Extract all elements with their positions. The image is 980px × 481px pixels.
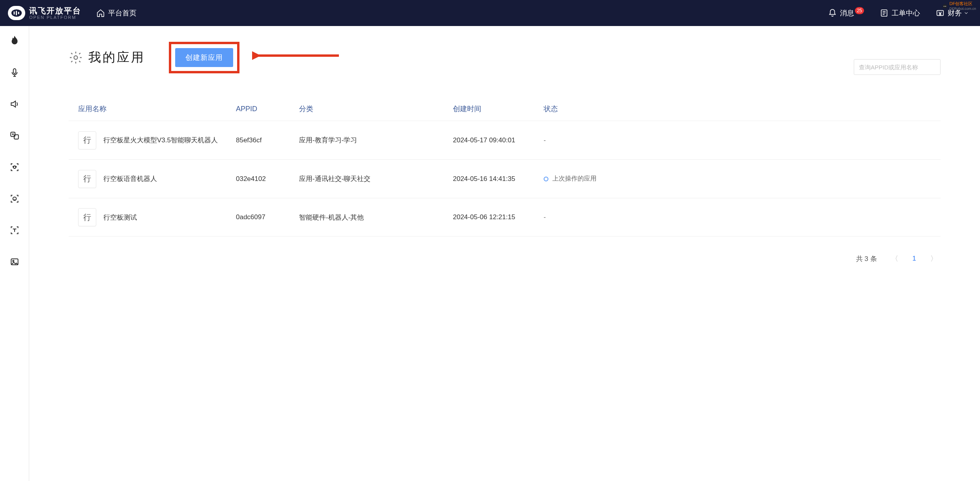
- nav-tickets[interactable]: 工单中心: [880, 8, 920, 18]
- speaker-icon: [9, 99, 20, 109]
- messages-badge: 25: [855, 7, 864, 14]
- translate-icon: [9, 131, 20, 141]
- svg-rect-3: [18, 12, 19, 14]
- app-status: -: [544, 137, 931, 144]
- logo-icon: [8, 6, 25, 20]
- status-dot-icon: [544, 177, 548, 181]
- sidebar: [0, 26, 29, 481]
- pagination-prev[interactable]: 〈: [888, 252, 901, 265]
- app-id: 032e4102: [236, 175, 299, 183]
- main-content: 我的应用 创建新应用 应用名称 APPID 分类 创建时间 状态 行: [29, 26, 980, 481]
- table-header: 应用名称 APPID 分类 创建时间 状态: [69, 97, 941, 121]
- home-icon: [96, 9, 105, 17]
- app-badge: 行: [78, 131, 96, 149]
- sidebar-item-ocr[interactable]: [9, 225, 20, 236]
- app-category: 智能硬件-机器人-其他: [299, 213, 453, 222]
- app-badge: 行: [78, 170, 96, 188]
- app-name: 行空板语音机器人: [103, 174, 157, 183]
- app-id: 85ef36cf: [236, 136, 299, 144]
- ticket-icon: [880, 9, 888, 17]
- chevron-down-icon: [963, 10, 969, 16]
- face-icon: [9, 194, 20, 204]
- search-box: [854, 59, 941, 75]
- app-category: 应用-教育学习-学习: [299, 136, 453, 145]
- corner-brand[interactable]: DF创客社区 DFRobot.com.cn: [942, 1, 976, 11]
- sidebar-item-voice[interactable]: [9, 67, 20, 78]
- app-name: 行空板测试: [103, 213, 137, 222]
- sidebar-item-image[interactable]: [9, 256, 20, 267]
- search-input[interactable]: [854, 59, 941, 75]
- corner-brand-text: DF创客社区: [949, 1, 976, 7]
- app-created: 2024-05-17 09:40:01: [453, 136, 544, 144]
- logo-subtext: OPEN PLATFORM: [29, 15, 81, 20]
- svg-point-17: [13, 260, 14, 261]
- app-badge: 行: [78, 208, 96, 226]
- col-created: 创建时间: [453, 104, 544, 114]
- sidebar-item-vision[interactable]: [9, 162, 20, 173]
- flame-icon: [9, 36, 20, 46]
- corner-brand-sub: DFRobot.com.cn: [949, 7, 976, 11]
- sidebar-item-hot[interactable]: [9, 35, 20, 47]
- col-category: 分类: [299, 104, 453, 114]
- col-appid: APPID: [236, 105, 299, 113]
- top-bar: 讯飞开放平台 OPEN PLATFORM 平台首页 消息 25 工单中心 财务 …: [0, 0, 980, 26]
- create-highlight: 创建新应用: [169, 42, 239, 73]
- svg-point-14: [15, 166, 16, 167]
- nav-home-label: 平台首页: [108, 8, 137, 18]
- svg-rect-9: [13, 69, 16, 73]
- svg-rect-1: [14, 11, 15, 15]
- app-category: 应用-通讯社交-聊天社交: [299, 174, 453, 183]
- app-status: -: [544, 214, 931, 221]
- pagination-next[interactable]: 〉: [927, 252, 941, 265]
- scan-icon: [9, 162, 20, 172]
- sidebar-item-speaker[interactable]: [9, 99, 20, 110]
- image-icon: [9, 257, 20, 267]
- table-row[interactable]: 行 行空板星火大模型V3.5智能聊天机器人 85ef36cf 应用-教育学习-学…: [69, 121, 941, 159]
- microphone-icon: [9, 67, 20, 78]
- svg-point-8: [945, 6, 946, 7]
- nav-home[interactable]: 平台首页: [96, 8, 137, 18]
- app-table: 应用名称 APPID 分类 创建时间 状态 行 行空板星火大模型V3.5智能聊天…: [69, 97, 941, 237]
- pagination-page[interactable]: 1: [913, 255, 916, 263]
- text-scan-icon: [9, 225, 20, 235]
- pagination: 共 3 条 〈 1 〉: [69, 252, 941, 265]
- svg-point-13: [13, 166, 13, 167]
- svg-point-18: [74, 56, 78, 60]
- pagination-total: 共 3 条: [856, 254, 877, 263]
- app-created: 2024-05-06 12:21:15: [453, 213, 544, 221]
- table-row[interactable]: 行 行空板语音机器人 032e4102 应用-通讯社交-聊天社交 2024-05…: [69, 159, 941, 198]
- svg-rect-6: [943, 5, 947, 8]
- robot-icon: [942, 3, 948, 9]
- bell-icon: [828, 9, 837, 17]
- svg-point-7: [944, 6, 944, 7]
- svg-rect-2: [16, 11, 17, 15]
- gear-icon: [69, 50, 83, 65]
- nav-messages-label: 消息: [840, 8, 854, 18]
- app-status-text: 上次操作的应用: [552, 175, 597, 183]
- nav-tickets-label: 工单中心: [892, 8, 920, 18]
- page-title: 我的应用: [88, 49, 145, 66]
- create-app-button[interactable]: 创建新应用: [175, 48, 233, 67]
- sidebar-item-face[interactable]: [9, 193, 20, 204]
- table-row[interactable]: 行 行空板测试 0adc6097 智能硬件-机器人-其他 2024-05-06 …: [69, 198, 941, 237]
- sidebar-item-translate[interactable]: [9, 130, 20, 141]
- app-id: 0adc6097: [236, 213, 299, 221]
- annotation-arrow: [252, 50, 343, 63]
- app-created: 2024-05-16 14:41:35: [453, 175, 544, 183]
- logo-text: 讯飞开放平台: [29, 6, 81, 15]
- nav-messages[interactable]: 消息 25: [828, 8, 864, 18]
- logo[interactable]: 讯飞开放平台 OPEN PLATFORM: [8, 6, 81, 20]
- col-status: 状态: [544, 104, 931, 114]
- app-status: 上次操作的应用: [544, 175, 931, 183]
- col-name: 应用名称: [78, 104, 236, 114]
- app-name: 行空板星火大模型V3.5智能聊天机器人: [103, 136, 218, 145]
